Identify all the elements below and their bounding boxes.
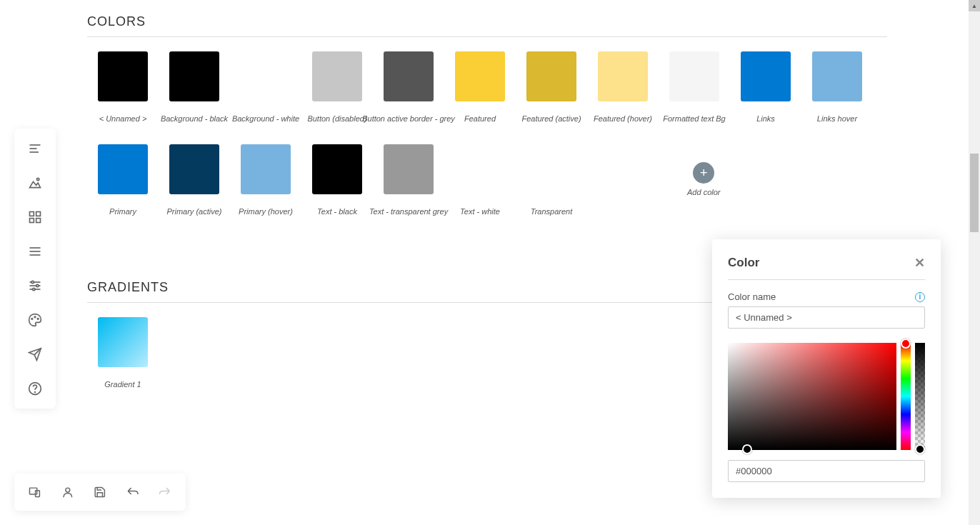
alpha-slider[interactable] [915, 343, 925, 450]
color-swatch[interactable] [312, 51, 362, 101]
color-panel: Color ✕ Color name i [712, 239, 941, 498]
svg-point-19 [37, 319, 39, 320]
hue-handle[interactable] [901, 339, 911, 349]
sliders-icon[interactable] [28, 279, 42, 293]
add-color-label: Add color [687, 188, 720, 196]
hex-input[interactable] [728, 460, 925, 482]
color-panel-header: Color ✕ [728, 255, 925, 271]
color-swatch[interactable] [169, 51, 219, 101]
color-item: Featured (active) [516, 51, 587, 123]
color-swatch[interactable] [384, 144, 434, 194]
color-swatch[interactable] [526, 144, 576, 194]
color-label: Background - white [232, 114, 299, 123]
divider [87, 36, 887, 37]
color-item: Button (disabled) [301, 51, 373, 123]
color-item: Transparent [516, 144, 587, 216]
saturation-value-area[interactable] [728, 343, 896, 450]
colors-grid: < Unnamed >Background - blackBackground … [87, 51, 887, 237]
color-item: Button active border - grey [373, 51, 444, 123]
gradient-label: Gradient 1 [104, 380, 141, 389]
info-icon[interactable]: i [915, 292, 925, 302]
color-swatch[interactable] [169, 144, 219, 194]
color-label: Text - black [317, 207, 357, 216]
color-label: Links hover [817, 114, 857, 123]
undo-icon[interactable] [126, 486, 139, 499]
scrollbar-up-arrow[interactable]: ▲ [969, 0, 980, 11]
color-swatch[interactable] [312, 144, 362, 194]
svg-point-12 [31, 281, 34, 283]
grid-icon[interactable] [28, 210, 42, 224]
color-swatch[interactable] [241, 51, 291, 101]
color-item: Primary (active) [159, 144, 230, 216]
svg-point-18 [34, 316, 36, 318]
color-swatch[interactable] [98, 51, 148, 101]
color-swatch[interactable] [741, 51, 791, 101]
scrollbar-thumb[interactable] [970, 154, 979, 232]
divider [728, 279, 925, 280]
color-item: < Unnamed > [87, 51, 159, 123]
svg-rect-6 [30, 219, 34, 223]
color-label: Button active border - grey [362, 114, 455, 123]
color-item: Formatted text Bg [659, 51, 730, 123]
svg-rect-4 [30, 212, 34, 216]
color-label: Primary (active) [166, 207, 221, 216]
color-panel-title: Color [728, 256, 759, 270]
svg-point-3 [37, 178, 39, 180]
color-swatch[interactable] [384, 51, 434, 101]
sidebar-left [14, 129, 56, 409]
color-item: Primary [87, 144, 159, 216]
color-item: Text - white [444, 144, 516, 216]
saturation-value-handle[interactable] [742, 444, 752, 454]
color-swatch[interactable] [812, 51, 862, 101]
help-icon[interactable] [28, 381, 42, 396]
gradient-item: Gradient 1 [87, 317, 159, 389]
svg-point-25 [65, 488, 69, 492]
devices-icon[interactable] [29, 486, 41, 499]
add-color-button[interactable]: + [693, 162, 714, 184]
hue-slider[interactable] [901, 343, 911, 450]
save-icon[interactable] [94, 486, 106, 499]
color-label: Background - black [161, 114, 228, 123]
svg-rect-5 [36, 212, 41, 216]
send-icon[interactable] [28, 347, 42, 361]
color-item: Text - black [301, 144, 373, 216]
bottom-toolbar [14, 474, 186, 511]
svg-rect-7 [36, 219, 41, 223]
color-label: Transparent [531, 207, 573, 216]
color-swatch[interactable] [526, 51, 576, 101]
color-item: Background - black [159, 51, 230, 123]
color-swatch[interactable] [98, 144, 148, 194]
color-swatch[interactable] [241, 144, 291, 194]
color-label: Featured [464, 114, 496, 123]
palette-icon[interactable] [28, 313, 42, 327]
color-swatch[interactable] [455, 144, 505, 194]
scrollbar-track[interactable]: ▲ [969, 0, 980, 525]
color-name-input[interactable] [728, 306, 925, 329]
svg-point-14 [36, 284, 39, 286]
image-icon[interactable] [28, 176, 42, 190]
color-label: < Unnamed > [99, 114, 147, 123]
color-swatch[interactable] [598, 51, 648, 101]
alpha-handle[interactable] [915, 444, 925, 454]
color-label: Button (disabled) [307, 114, 366, 123]
svg-point-16 [33, 288, 35, 290]
color-item: Text - transparent grey [373, 144, 444, 216]
color-item: Background - white [230, 51, 301, 123]
color-name-label: Color name [728, 291, 776, 302]
menu-icon[interactable] [28, 244, 42, 259]
gradient-swatch[interactable] [98, 317, 148, 367]
svg-point-22 [35, 392, 36, 393]
close-icon[interactable]: ✕ [914, 255, 925, 271]
color-swatch[interactable] [455, 51, 505, 101]
color-swatch[interactable] [669, 51, 719, 101]
color-name-row: Color name i [728, 291, 925, 302]
color-label: Links [756, 114, 775, 123]
color-item: Links hover [801, 51, 873, 123]
color-label: Text - white [460, 207, 500, 216]
color-item: Featured (hover) [587, 51, 659, 123]
text-icon[interactable] [28, 141, 42, 156]
colors-section-title: COLORS [87, 14, 887, 29]
color-label: Primary (hover) [239, 207, 293, 216]
redo-icon [159, 486, 171, 499]
user-icon[interactable] [61, 486, 74, 499]
